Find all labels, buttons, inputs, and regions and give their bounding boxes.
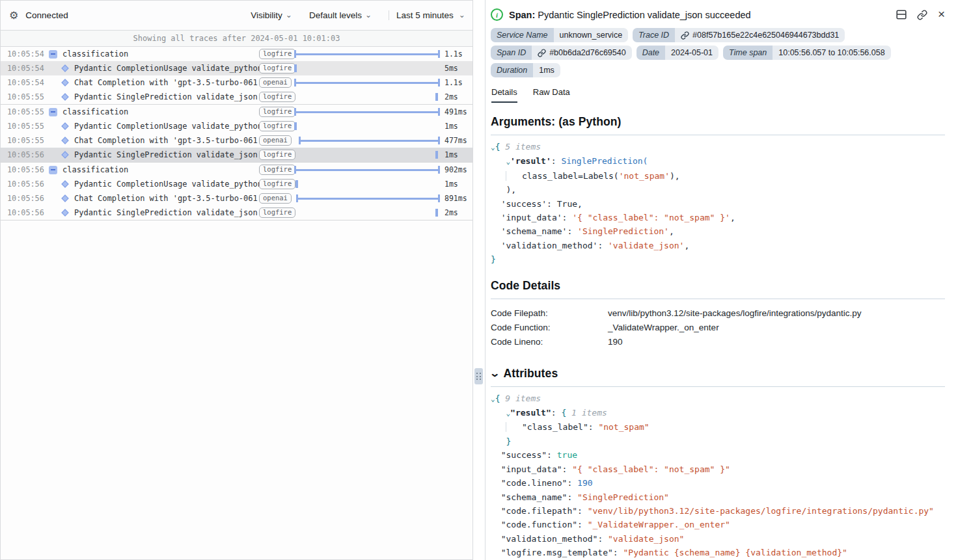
span-title-text: Pydantic SinglePrediction validate_json … <box>538 10 750 20</box>
trace-row[interactable]: 10:05:56Pydantic CompletionUsage validat… <box>1 177 472 191</box>
trace-group: 10:05:55classificationlogfire491ms10:05:… <box>1 105 472 163</box>
arguments-python-code: ⌄{ 5 items ⌄'result': SinglePrediction( … <box>491 140 945 267</box>
trace-row-name: Chat Completion with 'gpt-3.5-turbo-061 <box>74 78 259 87</box>
code-detail-value: _ValidateWrapper._on_enter <box>608 321 719 335</box>
tag-pill: openai <box>259 77 292 88</box>
code-line: ⌄"result": { 1 items <box>491 406 945 420</box>
divider <box>491 299 945 299</box>
tag-pill: logfire <box>259 121 295 131</box>
trace-row[interactable]: 10:05:56Chat Completion with 'gpt-3.5-tu… <box>1 191 472 206</box>
time-range-dropdown[interactable]: Last 5 minutes ⌄ <box>389 10 472 20</box>
trace-row-time: 10:05:55 <box>7 136 45 145</box>
divider <box>491 135 945 135</box>
collapse-minus-icon[interactable] <box>49 50 57 59</box>
chevron-down-icon: ⌄ <box>459 10 465 20</box>
expand-chevron-icon[interactable]: ⌄ <box>491 395 495 403</box>
duration-bar-line <box>294 53 440 55</box>
duration-bar-zone <box>294 177 440 191</box>
duration-tick-bar <box>295 180 298 188</box>
default-levels-dropdown[interactable]: Default levels ⌄ <box>309 10 372 20</box>
expand-chevron-icon[interactable]: ⌄ <box>491 143 495 152</box>
trace-row-time: 10:05:56 <box>7 150 45 159</box>
trace-row[interactable]: 10:05:55Pydantic CompletionUsage validat… <box>1 119 472 133</box>
span-label: Span: <box>509 10 535 20</box>
tag-zone: logfire <box>259 92 289 102</box>
trace-row-time: 10:05:56 <box>7 165 45 174</box>
badge: Duration1ms <box>491 63 560 77</box>
trace-row-duration: 1ms <box>440 180 470 189</box>
badge-value[interactable]: #b0b6da2d76c69540 <box>532 46 631 60</box>
code-line: class_label=Labels('not_spam'), <box>491 169 945 183</box>
badge: Trace ID#08f57b165e22c4e625046944673bdd3… <box>633 28 845 42</box>
tag-zone: logfire <box>259 207 289 218</box>
trace-row-name: Pydantic CompletionUsage validate_python <box>74 122 259 131</box>
trace-panel: ⚙ Connected Visibility ⌄ Default levels … <box>0 0 473 560</box>
span-diamond-icon <box>61 64 68 72</box>
tag-pill: logfire <box>259 150 295 160</box>
code-detail-label: Code Function: <box>491 321 608 335</box>
trace-row[interactable]: 10:05:54classificationlogfire1.1s <box>1 47 472 61</box>
chevron-down-icon: ⌄ <box>489 367 500 379</box>
trace-row-duration: 477ms <box>440 136 470 145</box>
trace-row[interactable]: 10:05:55Chat Completion with 'gpt-3.5-tu… <box>1 133 472 148</box>
trace-row-time: 10:05:54 <box>7 64 45 73</box>
trace-row-name: Pydantic CompletionUsage validate_python <box>74 180 259 189</box>
code-line: 'success': True, <box>491 197 945 211</box>
trace-row-name: Pydantic SinglePrediction validate_json <box>74 150 259 159</box>
trace-row-time: 10:05:56 <box>7 208 45 217</box>
trace-row-duration: 2ms <box>440 208 470 217</box>
settings-gear-icon[interactable]: ⚙ <box>9 10 18 21</box>
trace-row-duration: 2ms <box>440 92 470 101</box>
trace-row-duration: 1ms <box>440 150 470 159</box>
collapse-minus-icon[interactable] <box>49 108 57 116</box>
splitter-drag-handle[interactable] <box>474 368 483 384</box>
span-diamond-icon <box>61 122 68 129</box>
copy-link-icon[interactable] <box>917 10 927 20</box>
duration-bar-zone <box>294 75 440 90</box>
tab-details[interactable]: Details <box>491 87 517 103</box>
trace-toolbar: ⚙ Connected Visibility ⌄ Default levels … <box>1 1 472 31</box>
trace-row-time: 10:05:56 <box>7 180 45 189</box>
tag-pill: logfire <box>259 207 295 218</box>
trace-row[interactable]: 10:05:55classificationlogfire491ms <box>1 105 472 119</box>
duration-range-bar <box>296 194 440 202</box>
trace-row-time: 10:05:55 <box>7 122 45 131</box>
tag-pill: logfire <box>259 165 295 175</box>
trace-row[interactable]: 10:05:56Pydantic SinglePrediction valida… <box>1 206 472 220</box>
duration-bar-zone <box>294 105 440 119</box>
code-line: 'validation_method': 'validate_json', <box>491 239 945 252</box>
span-diamond-icon <box>61 194 68 202</box>
attributes-header[interactable]: ⌄ Attributes <box>491 367 945 380</box>
badge-value: 10:05:56.057 to 10:05:56.058 <box>773 46 890 60</box>
tab-raw-data[interactable]: Raw Data <box>533 87 570 103</box>
code-detail-row: Code Lineno:190 <box>491 335 945 349</box>
badge: Span ID#b0b6da2d76c69540 <box>491 46 632 60</box>
code-line: ⌄'result': SinglePrediction( <box>491 154 945 168</box>
trace-row[interactable]: 10:05:55Pydantic SinglePrediction valida… <box>1 90 472 104</box>
trace-row-name: classification <box>62 49 259 59</box>
trace-row[interactable]: 10:05:56classificationlogfire902ms <box>1 163 472 177</box>
tag-pill: logfire <box>259 92 295 102</box>
code-detail-label: Code Lineno: <box>491 335 608 349</box>
trace-row[interactable]: 10:05:56Pydantic SinglePrediction valida… <box>1 148 472 162</box>
trace-row-name: Pydantic SinglePrediction validate_json <box>74 208 259 217</box>
collapse-minus-icon[interactable] <box>49 166 57 174</box>
tag-zone: logfire <box>259 150 289 160</box>
trace-row[interactable]: 10:05:54Chat Completion with 'gpt-3.5-tu… <box>1 75 472 90</box>
trace-row-time: 10:05:56 <box>7 194 45 203</box>
tag-pill: logfire <box>259 107 295 117</box>
close-icon[interactable]: × <box>938 8 945 20</box>
split-view-icon[interactable] <box>896 10 907 20</box>
code-line: ⌄{ 5 items <box>491 140 945 154</box>
duration-bar-zone <box>294 163 440 177</box>
visibility-dropdown[interactable]: Visibility ⌄ <box>251 10 292 20</box>
trace-row-duration: 1.1s <box>440 49 470 59</box>
tag-zone: logfire <box>259 63 289 73</box>
attributes-heading: Attributes <box>504 367 558 380</box>
duration-range-bar <box>294 50 440 58</box>
info-status-icon: i <box>491 8 503 21</box>
tag-zone: logfire <box>259 179 289 189</box>
trace-row[interactable]: 10:05:54Pydantic CompletionUsage validat… <box>1 61 472 75</box>
code-line: 'schema_name': 'SinglePrediction', <box>491 224 945 238</box>
badge-value[interactable]: #08f57b165e22c4e625046944673bdd31 <box>675 28 845 42</box>
